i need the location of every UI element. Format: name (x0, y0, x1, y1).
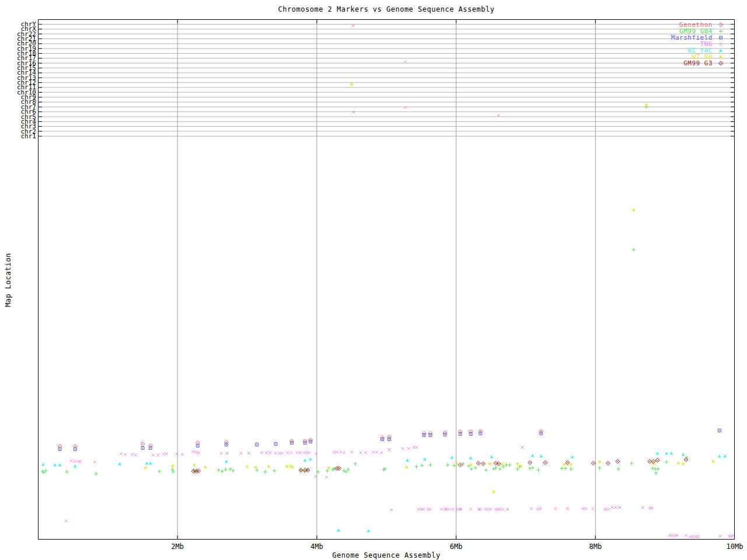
genethon-marker-fill (720, 24, 721, 26)
legend-entry-gm99-g3: GM99 G3 (671, 60, 725, 66)
tng-marker-icon (717, 41, 725, 47)
wi-yac-marker-fill (719, 49, 722, 52)
x-tick-label-2mb: 2Mb (154, 543, 201, 550)
x-axis-title: Genome Sequence Assembly (38, 551, 735, 559)
series-gm99-g3-dots (193, 459, 686, 472)
x-tick-label-10mb: 10Mb (711, 543, 747, 550)
gm99-g3-marker-icon (717, 60, 725, 66)
series-gm99-gb4-points (41, 105, 689, 475)
y-tick-label-chr1: chr1 (21, 134, 37, 139)
gm99-g3-marker-fill (720, 63, 721, 64)
marshfield-marker-icon (717, 34, 725, 41)
chart-title: Chromosome 2 Markers vs Genome Sequence … (38, 5, 735, 13)
plot-area (38, 19, 735, 540)
gm99-gb4-marker-icon (717, 28, 725, 34)
legend: GenethonGM99 GB4MarshfieldTNGWI YACWI RH… (671, 22, 725, 66)
marshfield-marker-fill (720, 37, 721, 38)
series-marshfield-points (58, 429, 721, 451)
chart: Chromosome 2 Markers vs Genome Sequence … (0, 0, 747, 560)
legend-label-gm99-g3: GM99 G3 (683, 60, 713, 66)
x-tick-label-4mb: 4Mb (294, 543, 340, 550)
wi-rh-marker-icon (717, 54, 725, 60)
x-tick-label-6mb: 6Mb (433, 543, 480, 550)
legend-entry-marshfield: Marshfield (671, 34, 725, 41)
series-marshfield-dots (60, 430, 720, 450)
gm99-gb4-marker-stroke (719, 30, 722, 33)
chromosome-gridlines (38, 24, 735, 136)
tng-marker-stroke (720, 43, 722, 46)
wi-rh-marker-stroke (719, 55, 722, 59)
y-axis-title: Map Location (4, 253, 12, 307)
series-wi-yac-dots (41, 452, 727, 533)
series-wi-rh-points (144, 83, 715, 494)
wi-yac-marker-icon (717, 47, 725, 54)
plot-canvas (38, 19, 735, 540)
x-tick-label-8mb: 8Mb (572, 543, 619, 550)
series-gm99-g3-points (191, 458, 688, 474)
series-tng-points (65, 24, 735, 538)
genethon-marker-icon (717, 22, 725, 28)
plot-border (39, 20, 735, 540)
